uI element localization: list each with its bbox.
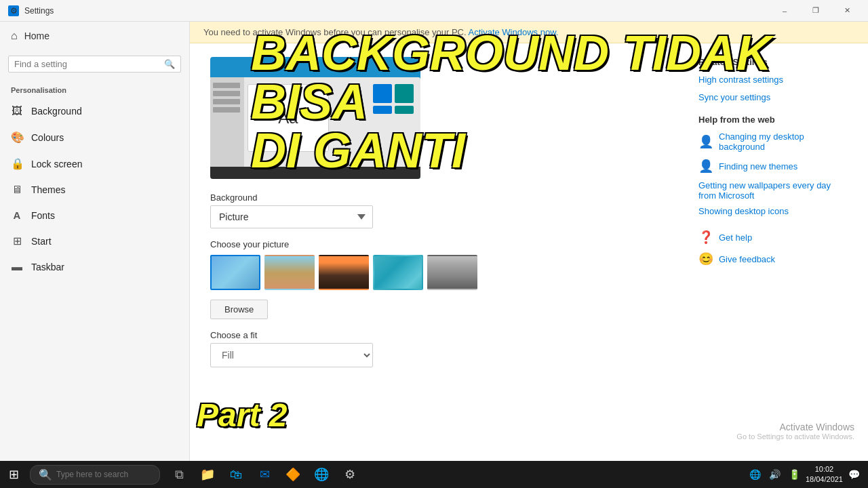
picture-thumb-2[interactable] [264, 255, 315, 290]
sidebar-item-taskbar[interactable]: ▬ Taskbar [0, 254, 189, 280]
sidebar: ⌂ Home 🔍 Personalisation 🖼 Background 🎨 … [0, 22, 190, 461]
lock-icon: 🔒 [11, 157, 23, 170]
taskbar-right: 🌐 🔊 🔋 10:02 18/04/2021 💬 [747, 464, 868, 485]
search-input[interactable] [14, 59, 164, 69]
picture-grid [210, 255, 678, 290]
taskbar-clock[interactable]: 10:02 18/04/2021 [806, 464, 843, 485]
related-settings-title: Related Settings [698, 57, 848, 67]
help-icon-1: 👤 [698, 134, 713, 149]
showing-icons-link[interactable]: Showing desktop icons [698, 206, 789, 216]
sidebar-item-themes[interactable]: 🖥 Themes [0, 177, 189, 203]
sidebar-item-colours[interactable]: 🎨 Colours [0, 124, 189, 150]
fit-dropdown[interactable]: Fill Fit Stretch Tile Centre Span [210, 343, 373, 367]
taskbar: ⊞ 🔍 ⧉ 📁 🛍 ✉ 🔶 🌐 ⚙ 🌐 🔊 🔋 10:02 18/04/2021… [0, 461, 868, 488]
choose-fit-label: Choose a fit [210, 330, 678, 340]
themes-icon: 🖥 [11, 184, 23, 196]
sidebar-item-colours-label: Colours [31, 132, 64, 143]
network-icon[interactable]: 🌐 [747, 468, 764, 481]
getting-wallpapers-link[interactable]: Getting new wallpapers every day from Mi… [698, 180, 848, 201]
search-button[interactable]: 🔍 [164, 59, 175, 69]
picture-thumb-3[interactable] [319, 255, 369, 290]
chrome-btn[interactable]: 🌐 [308, 461, 335, 488]
home-icon: ⌂ [11, 30, 18, 42]
help-link-row-4: Showing desktop icons [698, 206, 848, 216]
task-view-btn[interactable]: ⧉ [165, 461, 193, 488]
volume-icon[interactable]: 🔊 [766, 468, 783, 481]
help-title: Help from the web [698, 115, 848, 125]
activate-windows-title: Activate Windows [736, 422, 854, 432]
microsoft-store-btn[interactable]: 🛍 [222, 461, 250, 488]
app-body: ⌂ Home 🔍 Personalisation 🖼 Background 🎨 … [0, 22, 868, 461]
give-feedback-link[interactable]: Give feedback [719, 254, 775, 264]
close-button[interactable]: ✕ [831, 0, 863, 22]
part2-overlay: Part 2 [197, 396, 287, 434]
preview-sidebar-item [213, 91, 240, 96]
sidebar-item-start-label: Start [31, 236, 52, 247]
browse-button[interactable]: Browse [210, 300, 268, 319]
home-label: Home [24, 30, 50, 41]
taskbar-apps: ⧉ 📁 🛍 ✉ 🔶 🌐 ⚙ [165, 461, 363, 488]
preview-window: Aa [248, 84, 329, 152]
time-display: 10:02 [806, 464, 843, 474]
feedback-row: 😊 Give feedback [698, 251, 848, 266]
vlc-btn[interactable]: 🔶 [279, 461, 307, 488]
preview-tile [373, 106, 392, 114]
settings-btn[interactable]: ⚙ [336, 461, 363, 488]
start-button[interactable]: ⊞ [0, 461, 27, 488]
sidebar-item-lock-screen[interactable]: 🔒 Lock screen [0, 150, 189, 177]
sidebar-item-fonts[interactable]: A Fonts [0, 203, 189, 228]
get-help-icon: ❓ [698, 230, 713, 245]
picture-thumb-1[interactable] [210, 255, 260, 290]
sidebar-item-background-label: Background [31, 106, 82, 117]
sidebar-item-start[interactable]: ⊞ Start [0, 228, 189, 254]
mail-btn[interactable]: ✉ [251, 461, 278, 488]
high-contrast-link[interactable]: High contrast settings [698, 74, 848, 86]
fonts-icon: A [11, 209, 23, 221]
preview-sidebar-item [213, 83, 240, 88]
preview-sidebar-item [213, 99, 240, 104]
feedback-icon: 😊 [698, 251, 713, 266]
taskbar-icon: ▬ [11, 261, 23, 273]
title-bar: ⚙ Settings – ❐ ✕ [0, 0, 868, 22]
background-dropdown-wrap: Background Picture Colour Slideshow [210, 192, 678, 228]
warning-banner: You need to activate Windows before you … [190, 22, 868, 43]
settings-app-icon: ⚙ [8, 5, 19, 16]
sidebar-item-taskbar-label: Taskbar [31, 262, 64, 272]
window-title: Settings [24, 6, 54, 16]
picture-thumb-5[interactable] [427, 255, 477, 290]
help-link-row-2: 👤 Finding new themes [698, 159, 848, 174]
dropdown-label: Background [210, 192, 678, 203]
taskbar-search-input[interactable] [56, 470, 151, 479]
sidebar-section-label: Personalisation [0, 78, 189, 98]
get-help-link[interactable]: Get help [719, 232, 752, 243]
battery-icon[interactable]: 🔋 [786, 468, 803, 481]
preview-tile-teal [395, 84, 414, 103]
finding-themes-link[interactable]: Finding new themes [719, 161, 797, 171]
window-controls: – ❐ ✕ [769, 0, 863, 22]
activate-link[interactable]: Activate Windows now. [469, 27, 559, 37]
picture-thumb-4[interactable] [373, 255, 423, 290]
choose-picture-label: Choose your picture [210, 239, 678, 249]
sidebar-item-background[interactable]: 🖼 Background [0, 98, 189, 124]
maximize-button[interactable]: ❐ [800, 0, 831, 22]
help-icon-2: 👤 [698, 159, 713, 174]
sync-settings-link[interactable]: Sync your settings [698, 92, 848, 104]
date-display: 18/04/2021 [806, 474, 843, 485]
sidebar-item-themes-label: Themes [31, 184, 66, 195]
help-link-row-3: Getting new wallpapers every day from Mi… [698, 180, 848, 201]
get-help-row: ❓ Get help [698, 230, 848, 245]
colours-icon: 🎨 [11, 131, 23, 144]
file-explorer-btn[interactable]: 📁 [194, 461, 221, 488]
minimize-button[interactable]: – [769, 0, 800, 22]
warning-text: You need to activate Windows before you … [203, 27, 467, 37]
activate-windows-subtitle: Go to Settings to activate Windows. [736, 432, 854, 441]
sidebar-item-fonts-label: Fonts [31, 210, 55, 221]
changing-background-link[interactable]: Changing my desktop background [719, 131, 848, 152]
sidebar-home[interactable]: ⌂ Home [0, 22, 189, 50]
taskbar-search-box[interactable]: 🔍 [30, 465, 160, 485]
preview-aa-text: Aa [278, 108, 298, 127]
preview-inner: Aa [210, 77, 420, 179]
notification-icon[interactable]: 💬 [846, 468, 863, 481]
background-dropdown[interactable]: Picture Colour Slideshow [210, 205, 373, 228]
search-box[interactable]: 🔍 [8, 56, 181, 73]
